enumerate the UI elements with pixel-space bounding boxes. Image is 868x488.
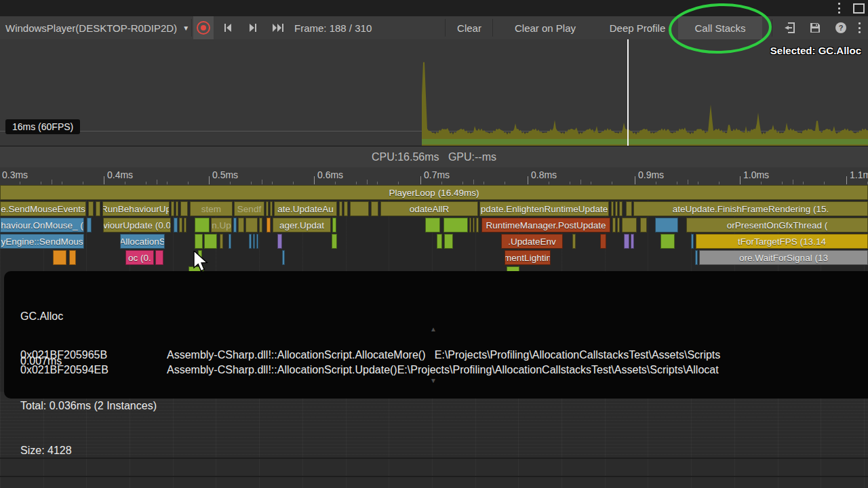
- timeline-sample-bar[interactable]: ateUpdate.FinishFrameRendering (15.: [633, 201, 868, 216]
- timeline-sample-bar[interactable]: RuntimeManager.PostUpdate: [481, 218, 610, 232]
- timeline-sample-bar[interactable]: [88, 201, 94, 216]
- timeline-sample-bar[interactable]: ager.Updat: [273, 218, 331, 232]
- timeline-sample-bar[interactable]: [53, 250, 66, 265]
- timeline-sample-bar[interactable]: [229, 234, 231, 249]
- prev-frame-button[interactable]: [216, 16, 239, 39]
- timeline-sample-bar[interactable]: yEngine::SendMous: [0, 234, 84, 249]
- cpu-usage-chart[interactable]: 16ms (60FPS) Selected: GC.Alloc: [0, 39, 868, 146]
- timeline-sample-bar[interactable]: [155, 250, 163, 265]
- timeline-sample-bar[interactable]: .UpdateEnv: [501, 234, 563, 249]
- call-stacks-button[interactable]: Call Stacks: [678, 16, 762, 39]
- timeline-sample-bar[interactable]: [96, 201, 100, 216]
- timeline-sample-bar[interactable]: [350, 201, 369, 216]
- timeline-sample-bar[interactable]: [371, 201, 378, 216]
- window-maximize-icon[interactable]: [853, 3, 865, 14]
- deep-profile-button[interactable]: Deep Profile: [598, 16, 677, 39]
- timeline-sample-bar[interactable]: [179, 218, 182, 232]
- timeline-sample-bar[interactable]: [174, 218, 178, 232]
- timeline-sample-bar[interactable]: [277, 234, 282, 249]
- timeline-sample-bar[interactable]: mentLightin: [505, 250, 551, 265]
- timeline-sample-bar[interactable]: [259, 218, 262, 232]
- timeline-sample-bar[interactable]: [425, 218, 440, 232]
- timeline-sample-bar[interactable]: [691, 234, 694, 249]
- timeline-sample-bar[interactable]: [267, 218, 271, 232]
- timeline-sample-bar[interactable]: [612, 218, 616, 232]
- timeline-sample-bar[interactable]: [640, 218, 647, 232]
- timeline-sample-bar[interactable]: [624, 234, 629, 249]
- timeline-sample-bar[interactable]: [626, 201, 632, 216]
- timeline-sample-bar[interactable]: oc (0.: [125, 250, 154, 265]
- timeline-sample-bar[interactable]: e.SendMouseEvents: [0, 201, 86, 216]
- timeline-sample-bar[interactable]: [266, 201, 269, 216]
- scroll-down-icon[interactable]: ▼: [430, 377, 437, 384]
- timeline-sample-bar[interactable]: [184, 218, 186, 232]
- timeline-sample-bar[interactable]: [332, 218, 336, 232]
- timeline-sample-bar[interactable]: [176, 201, 178, 216]
- timeline-sample-bar[interactable]: ore.WaitForSignal (13: [699, 250, 868, 265]
- timeline-sample-bar[interactable]: tForTargetFPS (13.14: [696, 234, 868, 249]
- timeline-sample-bar[interactable]: [660, 234, 675, 249]
- save-profile-button[interactable]: [803, 16, 827, 39]
- timeline-sample-bar[interactable]: [655, 218, 678, 232]
- timeline-sample-bar[interactable]: [245, 218, 258, 232]
- timeline-sample-bar[interactable]: [249, 234, 252, 249]
- timeline-sample-bar[interactable]: [344, 201, 348, 216]
- timeline-sample-bar[interactable]: haviour.OnMouse_ (: [0, 218, 84, 232]
- timeline-sample-bar[interactable]: [600, 234, 606, 249]
- timeline-sample-bar[interactable]: ate.UpdateAu: [274, 201, 337, 216]
- load-profile-button[interactable]: [777, 16, 802, 39]
- timeline-sample-bar[interactable]: AllocationS: [120, 234, 165, 249]
- timeline-sample-bar[interactable]: Sendf: [234, 201, 264, 216]
- timeline-sample-bar[interactable]: [256, 234, 258, 249]
- timeline-sample-bar[interactable]: [615, 201, 618, 216]
- timeline-sample-bar[interactable]: [622, 218, 637, 232]
- timeline-sample-bar[interactable]: n.Up: [211, 218, 232, 232]
- timeline-sample-bar[interactable]: [220, 234, 223, 249]
- timeline-sample-bar[interactable]: [198, 250, 202, 265]
- timeline-sample-bar[interactable]: [619, 201, 623, 216]
- timeline-sample-bar[interactable]: [469, 218, 471, 232]
- timeline-sample-bar[interactable]: [270, 201, 273, 216]
- timeline-sample-bar[interactable]: odateAllR: [380, 201, 478, 216]
- timeline-sample-bar[interactable]: [204, 234, 217, 249]
- clear-button[interactable]: Clear: [446, 16, 492, 39]
- next-frame-button[interactable]: [241, 16, 264, 39]
- current-frame-playhead[interactable]: [627, 39, 629, 146]
- timeline-sample-bar[interactable]: [253, 234, 255, 249]
- timeline-sample-bar[interactable]: [631, 234, 634, 249]
- timeline-ruler[interactable]: 0.3ms0.4ms0.5ms0.6ms0.7ms0.8ms0.9ms1.0ms…: [0, 167, 868, 185]
- timeline-sample-bar[interactable]: [611, 201, 614, 216]
- timeline-sample-bar[interactable]: orPresentOnGfxThread (: [686, 218, 868, 232]
- timeline-sample-bar[interactable]: [180, 201, 188, 216]
- timeline-sample-bar[interactable]: [332, 234, 337, 249]
- timeline-sample-bar[interactable]: [476, 218, 479, 232]
- timeline-sample-bar[interactable]: [87, 218, 92, 232]
- timeline-sample-bar[interactable]: [238, 218, 244, 232]
- current-frame-button[interactable]: [267, 16, 290, 39]
- timeline-sample-bar[interactable]: PlayerLoop (16.49ms): [0, 185, 868, 200]
- timeline-sample-bar[interactable]: viourUpdate (0.0: [103, 218, 171, 232]
- timeline-sample-bar[interactable]: [339, 201, 342, 216]
- timeline-sample-bar[interactable]: [195, 234, 203, 249]
- record-button[interactable]: [193, 16, 214, 39]
- timeline-sample-bar[interactable]: [473, 218, 475, 232]
- timeline-sample-bar[interactable]: [443, 218, 468, 232]
- timeline-sample-bar[interactable]: [195, 218, 210, 232]
- timeline-sample-bar[interactable]: [437, 234, 442, 249]
- scroll-up-icon[interactable]: ▲: [430, 325, 437, 333]
- target-selector-dropdown[interactable]: WindowsPlayer(DESKTOP-R0DIP2D) ▼: [0, 16, 195, 39]
- timeline-sample-bar[interactable]: [617, 218, 620, 232]
- help-button[interactable]: ?: [829, 16, 853, 39]
- timeline-sample-bar[interactable]: stem: [190, 201, 233, 216]
- timeline-sample-bar[interactable]: [572, 234, 576, 249]
- window-menu-kebab-icon[interactable]: [838, 3, 841, 14]
- timeline-sample-bar[interactable]: [282, 250, 285, 265]
- timeline-sample-bar[interactable]: pdate.EnlightenRuntimeUpdate: [479, 201, 609, 216]
- timeline-sample-bar[interactable]: [69, 250, 76, 265]
- timeline-sample-bar[interactable]: [695, 250, 698, 265]
- timeline-sample-bar[interactable]: RunBehaviourUp: [102, 201, 170, 216]
- timeline-sample-bar[interactable]: [171, 201, 174, 216]
- toolbar-kebab-icon[interactable]: [859, 22, 861, 33]
- timeline-sample-bar[interactable]: [444, 234, 453, 249]
- clear-on-play-button[interactable]: Clear on Play: [494, 16, 597, 39]
